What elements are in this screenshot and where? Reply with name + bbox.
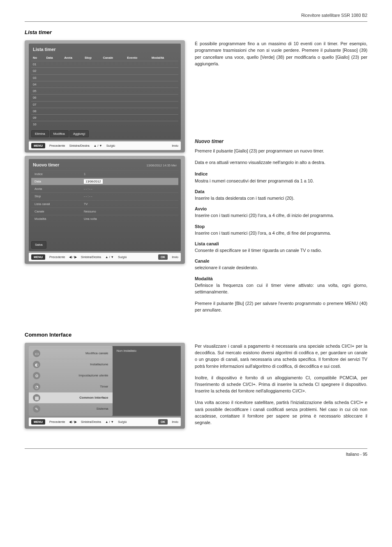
field-head-data: Data	[195, 188, 367, 195]
nuovo-intro1: Premere il pulsante [Giallo] (23) per pr…	[195, 148, 367, 154]
field-body-avvio: Inserire con i tasti numerici (20) l'ora…	[195, 212, 367, 219]
tv-icon: ▭	[33, 350, 40, 357]
table-row[interactable]: 03	[31, 74, 178, 81]
lr-icon: ◀ / ▶	[69, 255, 76, 259]
menu-item-modifica-canale[interactable]: ▭Modifica canale	[29, 348, 113, 359]
intro-text: È possibile programmare fino a un massim…	[195, 40, 367, 67]
field-label: Canale	[35, 209, 84, 214]
field-value: - - : - -	[84, 187, 92, 191]
col-no: No	[31, 55, 44, 61]
field-value: Una volta	[84, 217, 97, 221]
screenshot-lista-timer: Lista timer No Data Avvia Stop Canale Ev…	[25, 40, 185, 152]
field-body-lista-canali: Consente di specificare se il timer rigu…	[195, 247, 367, 254]
field-body-modalita: Definisce la frequenza con cui il timer …	[195, 282, 367, 295]
page-footer: Italiano - 95	[25, 448, 367, 457]
col-avvia: Avvia	[62, 55, 83, 61]
menu-label: Common Interface	[44, 395, 108, 400]
delete-button[interactable]: Elimina	[31, 130, 49, 137]
section-title-common-interface: Common Interface	[25, 331, 367, 339]
nav-lr: Sinistra/Destra	[81, 255, 101, 259]
gear-icon: ⚙	[33, 372, 40, 379]
card-icon: ▤	[33, 394, 40, 402]
nav-prev: Precedente	[49, 143, 65, 148]
col-evento: Evento	[125, 55, 150, 61]
field-avvia[interactable]: Avvia- - : - -	[31, 185, 178, 192]
table-row[interactable]: 07	[31, 101, 178, 108]
menu-item-impostazione-utente[interactable]: ⚙Impostazione utente	[29, 370, 113, 381]
menu-label: Impostazione utente	[44, 373, 108, 378]
nav-enter: Invio	[172, 420, 178, 424]
row-no: 01	[31, 61, 44, 68]
col-canale: Canale	[101, 55, 126, 61]
menu-item-common-interface[interactable]: ▤Common Interface	[29, 392, 113, 403]
field-body-indice: Mostra i numeri consecutivi dei timer pr…	[195, 178, 367, 184]
table-row[interactable]: 02	[31, 68, 178, 74]
edit-button[interactable]: Modifica	[50, 130, 69, 137]
menu-item-installazione[interactable]: ◐Installazione	[29, 359, 113, 370]
screenshot-title: Lista timer	[33, 46, 178, 53]
nav-prev: Precedente	[49, 255, 65, 259]
menu-label: Sistema	[44, 406, 108, 411]
menu-item-timer[interactable]: ◔Timer	[29, 381, 113, 392]
screenshot-title: Nuovo timer	[33, 162, 59, 168]
save-button[interactable]: Salva	[31, 241, 46, 248]
field-value: - - : - -	[84, 194, 92, 198]
arrow-icon: ▲ / ▼	[105, 255, 114, 259]
table-row[interactable]: 06	[31, 95, 178, 101]
screenshot-common-interface: ▭Modifica canale ◐Installazione ⚙Imposta…	[25, 343, 185, 429]
table-row[interactable]: 05	[31, 88, 178, 95]
add-button[interactable]: Aggiungi	[69, 130, 89, 137]
field-canale[interactable]: CanaleNessuno	[31, 208, 178, 215]
field-value: TV	[84, 202, 88, 206]
table-row[interactable]: 09	[31, 115, 178, 121]
field-value: 1	[84, 172, 85, 176]
nuovo-intro2: Data e ora attuali verranno visualizzate…	[195, 159, 367, 166]
table-row[interactable]: 04	[31, 81, 178, 88]
page-header: Ricevitore satellitare SSR 1080 B2	[25, 12, 367, 22]
row-no: 09	[31, 115, 44, 121]
footer-lang: Italiano	[346, 452, 359, 457]
row-no: 07	[31, 101, 44, 108]
table-row[interactable]: 01	[31, 61, 178, 68]
nav-ud: Su/giù	[118, 255, 127, 259]
table-row[interactable]: 08	[31, 108, 178, 114]
menu-item-sistema[interactable]: ✎Sistema	[29, 403, 113, 414]
field-lista-canali[interactable]: Lista canaliTV	[31, 200, 178, 208]
table-row[interactable]: 10	[31, 121, 178, 128]
menu-detail-pane: Non installato	[113, 346, 181, 416]
field-value: Nessuno	[84, 209, 96, 214]
ok-chip[interactable]: OK	[158, 419, 168, 425]
nav-enter: Invio	[172, 255, 178, 259]
field-modalita[interactable]: ModalitàUna volta	[31, 215, 178, 222]
nav-ud: Su/giù	[118, 420, 127, 424]
field-value: 13/06/2012	[84, 179, 103, 184]
field-body-data: Inserire la data desiderata con i tasti …	[195, 195, 367, 201]
menu-chip[interactable]: MENU	[31, 143, 45, 148]
ok-chip[interactable]: OK	[158, 254, 168, 260]
nav-footer: MENU Precedente ◀ / ▶ Sinistra/Destra ▲ …	[29, 418, 181, 426]
field-head-stop: Stop	[195, 223, 367, 230]
field-body-canale: selezionare il canale desiderato.	[195, 264, 367, 271]
col-modalita: Modalità	[150, 55, 178, 61]
timer-table: No Data Avvia Stop Canale Evento Modalit…	[31, 55, 178, 128]
menu-label: Installazione	[44, 362, 108, 367]
ci-paragraph-2: Inoltre, il dispositivo è fornito di un …	[195, 374, 367, 395]
field-stop[interactable]: Stop- - : - -	[31, 192, 178, 200]
field-data[interactable]: Data13/06/2012	[31, 178, 178, 185]
field-label: Data	[35, 179, 84, 184]
field-head-canale: Canale	[195, 258, 367, 264]
field-label: Avvia	[35, 187, 84, 191]
menu-chip[interactable]: MENU	[31, 419, 45, 425]
menu-chip[interactable]: MENU	[31, 254, 45, 260]
row-no: 03	[31, 74, 44, 81]
ci-paragraph-1: Per visualizzare i canali a pagamento è …	[195, 343, 367, 369]
row-no: 04	[31, 81, 44, 88]
subhead-nuovo-timer: Nuovo timer	[195, 138, 367, 145]
field-indice[interactable]: Indice1	[31, 170, 178, 178]
nav-lr: Sinistra/Destra	[81, 420, 101, 424]
row-no: 08	[31, 108, 44, 114]
nav-lr: Sinistra/Destra	[69, 143, 89, 148]
field-label: Lista canali	[35, 202, 84, 206]
field-label: Modalità	[35, 217, 84, 221]
nav-enter: Invio	[172, 143, 178, 148]
